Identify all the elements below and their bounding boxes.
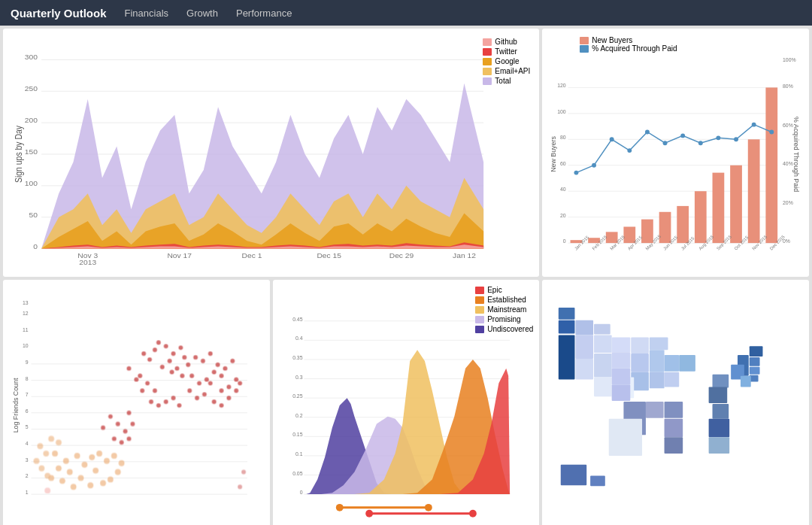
legend-promising: Promising (475, 315, 533, 323)
new-buyers-swatch (580, 37, 589, 44)
buyers-svg: 0 20 40 60 80 100 120 0% 20% 40% 60% 80%… (550, 36, 801, 272)
svg-rect-236 (665, 372, 680, 387)
google-swatch (483, 58, 492, 65)
svg-point-181 (120, 440, 124, 445)
svg-text:0.05: 0.05 (292, 471, 303, 476)
signups-svg: Sign ups by Day 0 50 100 150 200 250 300 (11, 36, 532, 272)
svg-text:New Buyers: New Buyers (550, 136, 557, 172)
svg-text:3: 3 (26, 457, 29, 463)
svg-point-116 (197, 381, 201, 386)
header: Quarterly Outlook Financials Growth Perf… (0, 0, 812, 26)
svg-text:80: 80 (560, 135, 566, 140)
svg-point-187 (34, 458, 40, 464)
svg-point-133 (195, 396, 199, 400)
svg-rect-247 (576, 335, 594, 358)
svg-text:50: 50 (29, 212, 38, 219)
svg-point-111 (186, 363, 190, 367)
promising-label: Promising (487, 315, 520, 323)
svg-rect-53 (730, 165, 742, 243)
legend-emailapi: Email+API (483, 67, 530, 75)
svg-point-164 (111, 453, 117, 459)
svg-text:Dec 29: Dec 29 (389, 253, 414, 259)
google-label: Google (495, 57, 519, 65)
svg-text:0.15: 0.15 (292, 432, 303, 437)
legend-twitter: Twitter (483, 47, 530, 56)
svg-point-184 (56, 439, 62, 445)
svg-rect-232 (632, 337, 650, 354)
svg-point-165 (119, 460, 125, 466)
svg-point-106 (156, 340, 161, 344)
svg-point-109 (168, 359, 172, 363)
density-chart-card: Epic Established Mainstream Promising Un… (273, 280, 540, 525)
svg-rect-54 (748, 139, 760, 243)
nav-growth[interactable]: Growth (186, 8, 218, 19)
svg-rect-222 (741, 376, 751, 387)
svg-point-103 (141, 351, 146, 356)
established-label: Established (487, 296, 526, 304)
svg-rect-228 (680, 355, 696, 372)
svg-rect-217 (750, 357, 760, 366)
svg-rect-257 (612, 384, 631, 401)
svg-point-59 (628, 148, 632, 153)
svg-point-177 (130, 422, 135, 426)
svg-rect-251 (559, 335, 575, 379)
total-swatch (483, 77, 492, 85)
svg-point-107 (171, 351, 176, 356)
svg-rect-55 (766, 87, 778, 243)
signups-legend: Github Twitter Google Email+API Total (483, 38, 530, 85)
svg-point-114 (208, 351, 213, 356)
svg-point-113 (201, 359, 205, 363)
svg-text:% Acquired Through Paid: % Acquired Through Paid (792, 117, 800, 192)
svg-point-141 (145, 381, 150, 386)
svg-point-56 (574, 171, 579, 175)
svg-text:100: 100 (557, 109, 566, 114)
nav-financials[interactable]: Financials (125, 8, 169, 19)
svg-rect-255 (612, 352, 631, 369)
svg-point-136 (220, 403, 224, 408)
twitter-label: Twitter (495, 47, 517, 56)
svg-point-62 (681, 133, 686, 138)
svg-point-115 (189, 374, 194, 378)
svg-point-63 (698, 141, 703, 145)
svg-point-132 (187, 388, 192, 393)
svg-text:0.2: 0.2 (295, 413, 303, 418)
svg-point-66 (752, 123, 756, 127)
promising-swatch (475, 316, 484, 323)
svg-point-61 (663, 141, 668, 145)
emailapi-swatch (483, 68, 492, 75)
svg-rect-237 (665, 402, 683, 418)
legend-new-buyers: New Buyers (580, 36, 677, 44)
undiscovered-label: Undiscovered (487, 325, 533, 333)
svg-text:0.1: 0.1 (295, 451, 303, 457)
svg-point-131 (180, 374, 184, 378)
svg-text:0.3: 0.3 (295, 375, 303, 380)
svg-text:0.4: 0.4 (295, 335, 303, 341)
svg-rect-253 (559, 308, 575, 320)
svg-point-147 (156, 403, 161, 408)
svg-point-170 (71, 484, 77, 490)
svg-point-183 (48, 435, 54, 442)
svg-point-215 (469, 510, 477, 517)
svg-point-161 (78, 475, 84, 481)
svg-text:6: 6 (26, 408, 29, 414)
us-map-card (542, 280, 809, 525)
svg-point-142 (153, 388, 157, 393)
svg-point-168 (100, 480, 106, 486)
legend-acquired: % Acquired Through Paid (580, 44, 677, 53)
svg-text:0: 0 (33, 243, 38, 250)
svg-text:13: 13 (23, 300, 29, 305)
svg-rect-225 (713, 404, 729, 419)
established-swatch (475, 296, 484, 304)
svg-point-145 (140, 388, 144, 393)
svg-point-186 (43, 451, 49, 457)
svg-rect-248 (576, 359, 594, 380)
svg-point-119 (216, 363, 220, 367)
svg-point-126 (234, 378, 238, 382)
svg-text:0.25: 0.25 (292, 393, 303, 399)
nav-performance[interactable]: Performance (236, 8, 292, 19)
mainstream-swatch (475, 306, 484, 314)
svg-point-127 (182, 355, 186, 360)
svg-text:200: 200 (25, 117, 38, 124)
buyers-legend: New Buyers % Acquired Through Paid (580, 36, 677, 53)
svg-text:8: 8 (26, 376, 29, 381)
